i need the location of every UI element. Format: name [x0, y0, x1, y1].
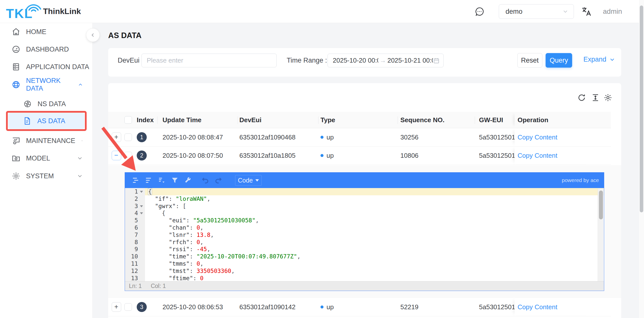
- page-scrollbar-thumb[interactable]: [640, 6, 643, 212]
- line-number[interactable]: 10: [125, 253, 145, 260]
- column-header-gweui[interactable]: GW-EUI: [475, 112, 515, 128]
- line-number[interactable]: 9: [125, 246, 145, 253]
- code-line[interactable]: 9 "rssi": -45,: [125, 246, 604, 253]
- row-checkbox[interactable]: [124, 152, 132, 159]
- editor-scrollbar-thumb[interactable]: [599, 191, 603, 219]
- line-number[interactable]: 7: [125, 231, 145, 239]
- column-header-deveui[interactable]: DevEui: [238, 112, 318, 128]
- sidebar-item-dashboard[interactable]: DASHBOARD: [0, 42, 93, 56]
- sidebar-item-model[interactable]: MODEL: [0, 151, 93, 165]
- code-text[interactable]: "gwrx": [: [145, 203, 604, 210]
- row-collapse-button[interactable]: −: [112, 151, 121, 160]
- sort-icon[interactable]: [157, 176, 167, 185]
- code-line[interactable]: 1{: [125, 188, 604, 195]
- fold-toggle-icon[interactable]: [140, 212, 143, 214]
- format-icon[interactable]: [131, 176, 140, 185]
- table-row-expanded[interactable]: − 2 2025-10-20 08:07:50 6353012af10a1805…: [108, 146, 611, 165]
- dashboard-icon: [12, 45, 21, 54]
- filter-funnel-icon[interactable]: [170, 176, 180, 185]
- sidebar-item-ns-data[interactable]: NS DATA: [0, 97, 93, 111]
- line-number[interactable]: 5: [125, 217, 145, 224]
- sidebar-item-as-data[interactable]: AS DATA: [8, 113, 84, 129]
- row-expand-button[interactable]: +: [112, 132, 121, 142]
- line-number[interactable]: 11: [125, 260, 145, 267]
- line-number[interactable]: 3: [125, 203, 145, 210]
- line-number[interactable]: 12: [125, 267, 145, 275]
- code-text[interactable]: {: [145, 188, 604, 195]
- code-line[interactable]: 4 {: [125, 210, 604, 217]
- column-header-sequence[interactable]: Sequence NO.: [398, 112, 475, 128]
- page-scrollbar[interactable]: [639, 0, 644, 318]
- deveui-input[interactable]: [141, 54, 277, 67]
- code-text[interactable]: "ftime": 0: [145, 275, 604, 281]
- time-range-start[interactable]: 2025-10-20 00:00:00: [333, 57, 378, 64]
- refresh-icon[interactable]: [577, 93, 586, 102]
- column-header-update-time[interactable]: Update Time: [157, 112, 238, 128]
- sidebar-item-maintenance[interactable]: MAINTENANCE: [0, 134, 93, 148]
- compact-icon[interactable]: [144, 176, 153, 185]
- redo-icon[interactable]: [214, 176, 223, 185]
- row-height-icon[interactable]: [591, 93, 600, 102]
- code-line[interactable]: 10 "time": "2025-10-20T00:07:49.807677Z"…: [125, 253, 604, 260]
- editor-scrollbar[interactable]: [598, 189, 604, 281]
- line-number[interactable]: 1: [125, 188, 145, 195]
- table-row[interactable]: + 1 2025-10-20 08:08:47 6353012af1090468…: [108, 128, 611, 146]
- line-number[interactable]: 6: [125, 224, 145, 231]
- gear-icon[interactable]: [603, 93, 612, 102]
- sidebar-item-application-data[interactable]: APPLICATION DATA: [0, 60, 93, 74]
- column-header-index[interactable]: Index: [137, 112, 157, 128]
- line-number[interactable]: 13: [125, 275, 145, 281]
- row-expand-button[interactable]: +: [112, 302, 121, 312]
- username[interactable]: admin: [603, 8, 622, 16]
- code-text[interactable]: "time": "2025-10-20T00:07:49.807677Z",: [145, 253, 604, 260]
- app-logo[interactable]: TKL: [6, 2, 44, 22]
- copy-content-link[interactable]: Copy Content: [518, 152, 557, 160]
- code-text[interactable]: "tmms": 0,: [145, 260, 604, 267]
- sidebar-collapse-button[interactable]: [86, 28, 100, 42]
- code-text[interactable]: "tmst": 3350503360,: [145, 267, 604, 275]
- code-line[interactable]: 5 "eui": "5a53012501030058",: [125, 217, 604, 224]
- code-line[interactable]: 11 "tmms": 0,: [125, 260, 604, 267]
- code-line[interactable]: 2 "if": "loraWAN",: [125, 195, 604, 203]
- time-range-end[interactable]: 2025-10-21 00:00:00: [387, 57, 433, 64]
- query-button[interactable]: Query: [546, 53, 572, 68]
- column-header-type[interactable]: Type: [318, 112, 398, 128]
- editor-lines[interactable]: 1{2 "if": "loraWAN",3 "gwrx": [4 {5 "eui…: [125, 188, 604, 281]
- code-text[interactable]: "if": "loraWAN",: [145, 195, 604, 203]
- code-text[interactable]: "chan": 0,: [145, 224, 604, 231]
- select-all-checkbox[interactable]: [124, 116, 132, 124]
- time-range-picker[interactable]: 2025-10-20 00:00:00 → 2025-10-21 00:00:0…: [328, 54, 444, 67]
- undo-icon[interactable]: [201, 176, 210, 185]
- chat-icon[interactable]: [474, 7, 485, 17]
- code-text[interactable]: "rfch": 0,: [145, 239, 604, 246]
- row-checkbox[interactable]: [124, 303, 132, 311]
- reset-button[interactable]: Reset: [517, 53, 542, 68]
- sidebar-item-system[interactable]: SYSTEM: [0, 169, 93, 183]
- code-text[interactable]: "eui": "5a53012501030058",: [145, 217, 604, 224]
- copy-content-link[interactable]: Copy Content: [518, 133, 557, 141]
- code-line[interactable]: 3 "gwrx": [: [125, 203, 604, 210]
- code-line[interactable]: 7 "lsnr": 13.8,: [125, 231, 604, 239]
- translate-icon[interactable]: [581, 6, 592, 17]
- workspace-select[interactable]: demo: [499, 4, 574, 19]
- sidebar-item-home[interactable]: HOME: [0, 25, 93, 39]
- code-text[interactable]: "rssi": -45,: [145, 246, 604, 253]
- fold-toggle-icon[interactable]: [140, 205, 143, 207]
- code-line[interactable]: 13 "ftime": 0: [125, 275, 604, 281]
- fold-toggle-icon[interactable]: [140, 191, 143, 193]
- code-line[interactable]: 8 "rfch": 0,: [125, 239, 604, 246]
- editor-mode-select[interactable]: Code: [235, 175, 262, 186]
- code-text[interactable]: {: [145, 210, 604, 217]
- row-checkbox[interactable]: [124, 133, 132, 141]
- transform-wrench-icon[interactable]: [183, 176, 193, 185]
- code-line[interactable]: 12 "tmst": 3350503360,: [125, 267, 604, 275]
- code-text[interactable]: "lsnr": 13.8,: [145, 231, 604, 239]
- table-row[interactable]: + 3 2025-10-20 08:06:53 6353012af1090142…: [108, 298, 611, 316]
- line-number[interactable]: 4: [125, 210, 145, 217]
- line-number[interactable]: 2: [125, 195, 145, 203]
- line-number[interactable]: 8: [125, 239, 145, 246]
- copy-content-link[interactable]: Copy Content: [518, 303, 557, 311]
- expand-link[interactable]: Expand: [583, 56, 615, 63]
- sidebar-item-network-data[interactable]: NETWORK DATA: [0, 78, 93, 92]
- code-line[interactable]: 6 "chan": 0,: [125, 224, 604, 231]
